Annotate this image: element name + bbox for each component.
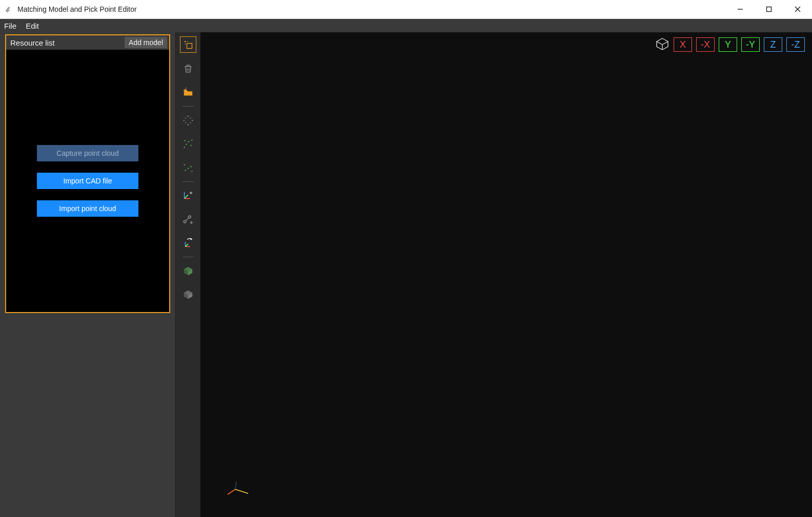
svg-point-20: [188, 141, 190, 142]
svg-point-29: [191, 171, 192, 172]
resource-list-title: Resource list: [10, 38, 125, 47]
tool-axis-add-icon[interactable]: [180, 188, 196, 203]
window-minimize-button[interactable]: [726, 0, 755, 18]
menubar: File Edit: [0, 19, 812, 32]
svg-point-23: [184, 147, 185, 148]
svg-rect-4: [187, 44, 192, 49]
svg-point-21: [186, 144, 187, 146]
svg-point-15: [185, 117, 186, 118]
origin-axis-gizmo-icon: [225, 479, 256, 500]
view-y-pos-button[interactable]: Y: [719, 37, 737, 52]
window-close-button[interactable]: [783, 0, 812, 18]
svg-point-24: [191, 139, 192, 140]
view-z-pos-button[interactable]: Z: [764, 37, 782, 52]
window-title: Matching Model and Pick Point Editor: [17, 5, 726, 13]
svg-point-11: [188, 116, 189, 117]
svg-point-9: [183, 90, 184, 91]
view-reset-cube-icon[interactable]: [655, 37, 669, 51]
svg-line-54: [235, 482, 236, 489]
add-model-button[interactable]: Add model: [125, 37, 167, 48]
svg-line-52: [228, 489, 235, 494]
svg-point-27: [190, 166, 192, 168]
svg-point-22: [190, 144, 192, 146]
resource-list-header: Resource list Add model: [6, 35, 169, 50]
view-x-pos-button[interactable]: X: [674, 37, 692, 52]
view-y-neg-button[interactable]: -Y: [741, 37, 760, 52]
svg-point-19: [184, 140, 186, 141]
svg-point-25: [185, 170, 186, 171]
window-titlebar: Matching Model and Pick Point Editor: [0, 0, 812, 19]
svg-point-35: [184, 220, 186, 223]
svg-point-12: [184, 120, 185, 121]
tool-points-green-a-icon[interactable]: [180, 136, 196, 152]
svg-marker-50: [657, 38, 668, 45]
svg-point-16: [190, 117, 191, 118]
app-body: Resource list Add model Capture point cl…: [0, 32, 812, 517]
resource-list-panel: Resource list Add model Capture point cl…: [5, 34, 170, 313]
tool-axis-rotate-icon[interactable]: [180, 235, 196, 251]
tool-separator: [182, 181, 194, 182]
window-maximize-button[interactable]: [755, 0, 783, 18]
tool-points-green-b-icon[interactable]: [180, 160, 196, 175]
svg-point-36: [188, 216, 191, 218]
view-axis-bar: X -X Y -Y Z -Z: [655, 37, 805, 52]
svg-line-32: [185, 195, 188, 198]
tool-cube-solid-icon[interactable]: [180, 263, 196, 279]
svg-point-6: [185, 44, 186, 45]
resource-list-body: Capture point cloud Import CAD file Impo…: [6, 50, 169, 312]
svg-point-17: [185, 122, 186, 123]
capture-point-cloud-button: Capture point cloud: [37, 145, 138, 161]
svg-line-42: [186, 244, 189, 247]
tool-link-add-icon[interactable]: [180, 212, 196, 227]
menu-file[interactable]: File: [4, 22, 16, 30]
window-controls: [726, 0, 812, 18]
svg-rect-1: [767, 7, 772, 12]
tool-separator: [182, 257, 194, 257]
app-wrench-icon: [4, 5, 13, 14]
svg-point-7: [187, 41, 188, 42]
svg-line-53: [235, 489, 248, 493]
tool-cube-grey-icon[interactable]: [180, 287, 196, 302]
tool-separator: [182, 106, 194, 107]
import-cad-file-button[interactable]: Import CAD file: [37, 173, 138, 189]
svg-point-26: [188, 168, 189, 169]
import-point-cloud-button[interactable]: Import point cloud: [37, 200, 138, 217]
svg-marker-43: [191, 238, 193, 240]
tool-column: [176, 32, 200, 517]
viewport-3d[interactable]: X -X Y -Y Z -Z: [200, 32, 812, 517]
tool-select-icon[interactable]: [180, 36, 196, 53]
tool-load-folder-icon[interactable]: [180, 85, 196, 100]
svg-line-37: [186, 218, 189, 221]
svg-point-5: [185, 41, 186, 43]
svg-point-28: [184, 164, 185, 165]
svg-point-14: [188, 124, 189, 125]
view-x-neg-button[interactable]: -X: [696, 37, 715, 52]
menu-edit[interactable]: Edit: [26, 22, 39, 30]
svg-point-13: [192, 120, 193, 121]
tool-delete-icon[interactable]: [180, 61, 196, 76]
svg-point-18: [190, 122, 191, 123]
svg-point-10: [186, 88, 187, 89]
window: Matching Model and Pick Point Editor Fil…: [0, 0, 812, 517]
view-z-neg-button[interactable]: -Z: [786, 37, 805, 52]
tool-points-diamond-icon[interactable]: [180, 113, 196, 128]
left-column: Resource list Add model Capture point cl…: [0, 32, 176, 517]
svg-point-8: [185, 89, 186, 90]
